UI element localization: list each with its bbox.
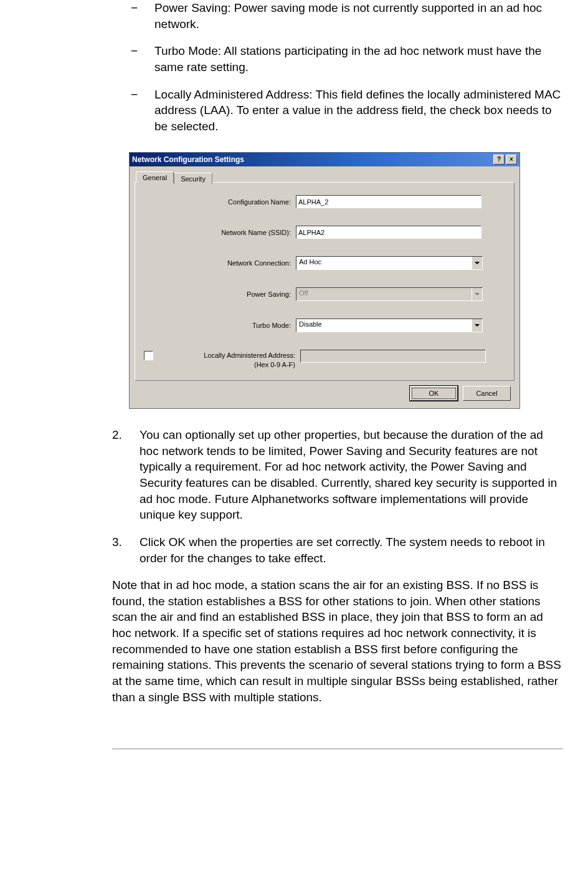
tab-general[interactable]: General (136, 171, 174, 183)
ok-button[interactable]: OK (410, 386, 458, 401)
power-saving-select: Off (296, 287, 483, 301)
dialog-title: Network Configuration Settings (132, 155, 244, 164)
turbo-mode-select[interactable]: Disable (296, 319, 483, 332)
list-text: You can optionally set up other properti… (140, 428, 557, 521)
bullet-item: Locally Administered Address: This field… (131, 87, 563, 135)
bullet-item: Power Saving: Power saving mode is not c… (131, 0, 563, 32)
label-configuration-name: Configuration Name: (144, 198, 296, 206)
bullet-item: Turbo Mode: All stations participating i… (131, 43, 563, 75)
list-number: 2. (112, 427, 122, 443)
label-laa-line2: (Hex 0-9 A-F) (254, 361, 295, 368)
tab-strip: General Security (135, 171, 514, 183)
cancel-button[interactable]: Cancel (463, 386, 511, 401)
footer-divider (112, 749, 563, 749)
note-paragraph: Note that in ad hoc mode, a station scan… (112, 577, 563, 705)
network-name-ssid-input[interactable] (296, 226, 481, 239)
list-text: Click OK when the properties are set cor… (140, 535, 545, 565)
close-icon[interactable]: × (506, 155, 517, 165)
label-turbo-mode: Turbo Mode: (144, 322, 296, 329)
network-config-dialog: Network Configuration Settings ? × Gener… (130, 153, 519, 408)
tab-security[interactable]: Security (174, 173, 212, 184)
numbered-item: 3. Click OK when the properties are set … (112, 534, 563, 566)
numbered-item: 2. You can optionally set up other prope… (112, 427, 563, 523)
chevron-down-icon (472, 288, 482, 300)
label-network-name-ssid: Network Name (SSID): (144, 229, 296, 236)
power-saving-value: Off (296, 288, 472, 300)
numbered-list: 2. You can optionally set up other prope… (112, 427, 563, 566)
laa-input (300, 350, 486, 363)
network-connection-select[interactable]: Ad Hoc (296, 256, 483, 270)
chevron-down-icon[interactable] (472, 319, 482, 332)
tab-panel-general: Configuration Name: Network Name (SSID):… (135, 182, 514, 381)
label-laa-line1: Locally Administered Address: (204, 352, 295, 359)
network-connection-value: Ad Hoc (296, 257, 472, 269)
list-number: 3. (112, 534, 122, 550)
chevron-down-icon[interactable] (472, 257, 482, 269)
laa-checkbox[interactable] (144, 351, 153, 360)
dialog-titlebar: Network Configuration Settings ? × (130, 153, 519, 166)
help-icon[interactable]: ? (493, 155, 505, 165)
configuration-name-input[interactable] (296, 195, 481, 208)
bullet-list: Power Saving: Power saving mode is not c… (112, 0, 563, 134)
turbo-mode-value: Disable (296, 319, 472, 332)
label-network-connection: Network Connection: (144, 259, 296, 267)
label-power-saving: Power Saving: (144, 290, 296, 298)
